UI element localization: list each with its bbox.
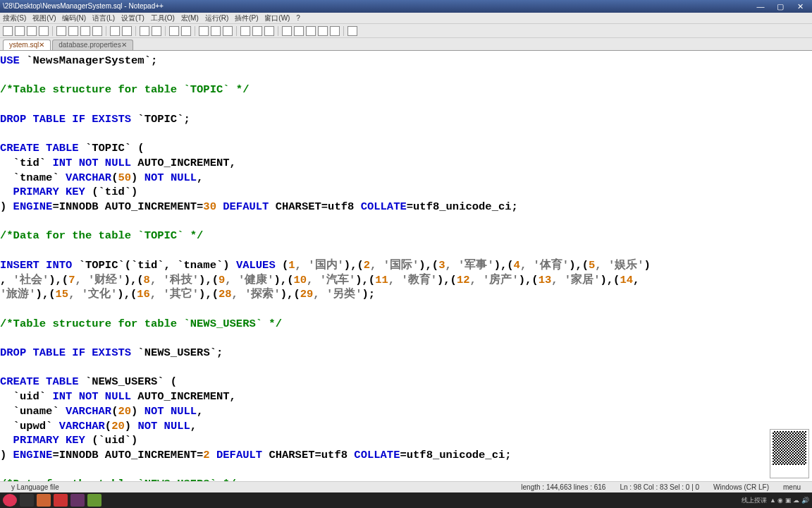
tab-database-properties[interactable]: database.properties✕	[52, 40, 133, 50]
playmulti-icon[interactable]	[318, 26, 328, 36]
window-title: \28\Desktop\NewsManagerSystem.sql - Note…	[3, 0, 164, 13]
new-icon[interactable]	[3, 26, 13, 36]
zoomin-icon[interactable]	[169, 26, 179, 36]
replace-icon[interactable]	[152, 26, 161, 36]
tab-bar: ystem.sql✕ database.properties✕	[0, 38, 812, 51]
undo-icon[interactable]	[110, 26, 120, 36]
wordwrap-icon[interactable]	[199, 26, 209, 36]
menu-window[interactable]: 窗口(W)	[264, 14, 290, 22]
folder-icon[interactable]	[252, 26, 262, 36]
allchars-icon[interactable]	[211, 26, 221, 36]
extra-icon[interactable]	[347, 26, 357, 36]
close-tab-icon[interactable]: ✕	[121, 41, 127, 49]
savemacro-icon[interactable]	[330, 26, 340, 36]
copy-icon[interactable]	[80, 26, 90, 36]
app-icon[interactable]	[37, 494, 51, 507]
func-icon[interactable]	[240, 26, 250, 36]
menu-settings[interactable]: 设置(T)	[121, 14, 144, 22]
menu-language[interactable]: 语言(L)	[92, 14, 115, 22]
qr-overlay	[770, 429, 809, 478]
window-controls: — ▢ ✕	[751, 0, 809, 13]
tab-system-sql[interactable]: ystem.sql✕	[3, 40, 51, 50]
notepadpp-icon[interactable]	[87, 494, 102, 507]
menu-help[interactable]: ?	[296, 14, 300, 22]
toolbar	[0, 24, 812, 38]
maximize-button[interactable]: ▢	[771, 0, 789, 13]
menu-bar: 搜索(S) 视图(V) 编码(N) 语言(L) 设置(T) 工具(O) 宏(M)…	[0, 13, 812, 24]
menu-encoding[interactable]: 编码(N)	[62, 14, 86, 22]
close-tab-icon[interactable]: ✕	[39, 41, 44, 49]
menu-plugins[interactable]: 插件(P)	[235, 14, 258, 22]
status-bar: y Language file length : 144,663 lines :…	[0, 481, 812, 492]
status-eol: Windows (CR LF)	[706, 483, 776, 491]
files-icon[interactable]	[20, 494, 34, 507]
monitor-icon[interactable]	[264, 26, 274, 36]
menu-run[interactable]: 运行(R)	[205, 14, 229, 22]
save-icon[interactable]	[27, 26, 37, 36]
app-icon[interactable]	[70, 494, 85, 507]
os-taskbar: 线上授课 ▲ ◉ ▣ ☁ 🔊	[0, 492, 812, 508]
redo-icon[interactable]	[122, 26, 132, 36]
menu-macro[interactable]: 宏(M)	[181, 14, 199, 22]
system-tray: 线上授课 ▲ ◉ ▣ ☁ 🔊	[742, 496, 809, 505]
menu-search[interactable]: 搜索(S)	[3, 14, 26, 22]
record-icon[interactable]	[282, 26, 292, 36]
zoomout-icon[interactable]	[181, 26, 191, 36]
status-language: y Language file	[4, 483, 66, 491]
menu-view[interactable]: 视图(V)	[32, 14, 56, 22]
menu-tools[interactable]: 工具(O)	[151, 14, 175, 22]
window-titlebar: \28\Desktop\NewsManagerSystem.sql - Note…	[0, 0, 812, 13]
saveall-icon[interactable]	[39, 26, 49, 36]
indent-icon[interactable]	[223, 26, 233, 36]
app-icon[interactable]	[54, 494, 68, 507]
status-menu: menu	[776, 483, 808, 491]
open-icon[interactable]	[15, 26, 25, 36]
status-position: Ln : 98 Col : 83 Sel : 0 | 0	[613, 483, 706, 491]
code-editor[interactable]: USE `NewsManagerSystem`; /*Table structu…	[0, 51, 812, 481]
print-icon[interactable]	[56, 26, 66, 36]
stop-icon[interactable]	[294, 26, 304, 36]
paste-icon[interactable]	[92, 26, 102, 36]
tray-icons[interactable]: ▲ ◉ ▣ ☁ 🔊	[770, 497, 809, 504]
status-length: length : 144,663 lines : 616	[514, 483, 613, 491]
minimize-button[interactable]: —	[751, 0, 770, 13]
firefox-icon[interactable]	[3, 494, 17, 507]
close-button[interactable]: ✕	[791, 0, 809, 13]
cut-icon[interactable]	[68, 26, 78, 36]
tray-net[interactable]: 线上授课	[742, 496, 767, 505]
play-icon[interactable]	[306, 26, 316, 36]
find-icon[interactable]	[140, 26, 149, 36]
